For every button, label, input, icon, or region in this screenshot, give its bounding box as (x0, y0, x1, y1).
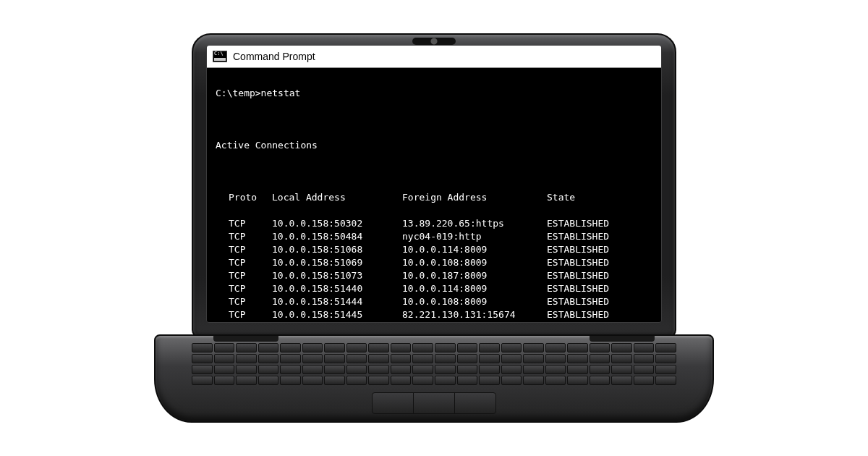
cell-local: 10.0.0.158:50302 (272, 217, 402, 230)
cell-state: ESTABLISHED (547, 308, 609, 321)
command-prompt-window: Command Prompt C:\temp>netstat Active Co… (207, 46, 661, 322)
table-row: TCP10.0.0.158:5106910.0.0.108:8009ESTABL… (216, 256, 658, 269)
table-row: TCP10.0.0.158:5106810.0.0.114:8009ESTABL… (216, 243, 658, 256)
cell-proto: TCP (229, 217, 272, 230)
cell-foreign: 82.221.130.131:15674 (402, 308, 547, 321)
cell-foreign: 10.0.0.187:8009 (402, 269, 547, 282)
cell-foreign: 10.0.0.108:8009 (402, 256, 547, 269)
header-proto: Proto (229, 191, 272, 204)
table-row: TCP10.0.0.158:5144010.0.0.114:8009ESTABL… (216, 282, 658, 295)
cell-proto: TCP (229, 321, 272, 322)
terminal-output[interactable]: C:\temp>netstat Active Connections Proto… (207, 68, 661, 322)
table-row: TCP10.0.0.158:5030213.89.220.65:httpsEST… (216, 217, 658, 230)
cell-foreign: 10.0.0.114:8009 (402, 243, 547, 256)
cell-local: 10.0.0.158:50484 (272, 230, 402, 243)
table-row: TCP10.0.0.158:5144582.221.130.131:15674E… (216, 308, 658, 321)
blank-line (216, 113, 658, 126)
cell-state: ESTABLISHED (547, 256, 609, 269)
window-title: Command Prompt (233, 51, 315, 62)
cell-state: ESTABLISHED (547, 321, 609, 322)
cell-state: ESTABLISHED (547, 269, 609, 282)
cell-local: 10.0.0.158:51444 (272, 295, 402, 308)
cell-proto: TCP (229, 243, 272, 256)
cell-state: ESTABLISHED (547, 230, 609, 243)
cell-foreign: 10.0.0.114:8009 (402, 282, 547, 295)
cell-proto: TCP (229, 308, 272, 321)
header-state: State (547, 191, 575, 204)
table-row: TCP10.0.0.158:5144910.0.0.187:8009ESTABL… (216, 321, 658, 322)
laptop-deck (154, 334, 714, 423)
cell-state: ESTABLISHED (547, 295, 609, 308)
table-row: TCP10.0.0.158:5144410.0.0.108:8009ESTABL… (216, 295, 658, 308)
prompt-line: C:\temp>netstat (216, 87, 658, 100)
hinge-icon (213, 334, 278, 342)
cell-state: ESTABLISHED (547, 282, 609, 295)
cell-proto: TCP (229, 256, 272, 269)
hinge-icon (590, 334, 655, 342)
cell-local: 10.0.0.158:51068 (272, 243, 402, 256)
trackpad-illustration (372, 392, 496, 414)
cell-proto: TCP (229, 230, 272, 243)
header-foreign: Foreign Address (402, 191, 547, 204)
header-local: Local Address (272, 191, 402, 204)
cell-foreign: 10.0.0.187:8009 (402, 321, 547, 322)
laptop-lid: Command Prompt C:\temp>netstat Active Co… (192, 33, 676, 337)
cell-proto: TCP (229, 269, 272, 282)
cell-foreign: 13.89.220.65:https (402, 217, 547, 230)
section-title: Active Connections (216, 139, 658, 152)
cell-proto: TCP (229, 282, 272, 295)
webcam-icon (412, 38, 456, 45)
cell-proto: TCP (229, 295, 272, 308)
table-header: ProtoLocal AddressForeign AddressState (216, 191, 658, 204)
screen: Command Prompt C:\temp>netstat Active Co… (206, 45, 662, 323)
table-row: TCP10.0.0.158:50484nyc04-019:httpESTABLI… (216, 230, 658, 243)
cell-local: 10.0.0.158:51440 (272, 282, 402, 295)
cell-state: ESTABLISHED (547, 217, 609, 230)
command-prompt-icon (213, 51, 227, 62)
blank-line (216, 165, 658, 178)
table-row: TCP10.0.0.158:5107310.0.0.187:8009ESTABL… (216, 269, 658, 282)
window-titlebar[interactable]: Command Prompt (207, 46, 661, 68)
keyboard-illustration (192, 343, 676, 385)
cell-foreign: nyc04-019:http (402, 230, 547, 243)
cell-local: 10.0.0.158:51445 (272, 308, 402, 321)
cell-state: ESTABLISHED (547, 243, 609, 256)
cell-local: 10.0.0.158:51069 (272, 256, 402, 269)
cell-local: 10.0.0.158:51073 (272, 269, 402, 282)
cell-foreign: 10.0.0.108:8009 (402, 295, 547, 308)
cell-local: 10.0.0.158:51449 (272, 321, 402, 322)
laptop-illustration: Command Prompt C:\temp>netstat Active Co… (152, 33, 716, 423)
